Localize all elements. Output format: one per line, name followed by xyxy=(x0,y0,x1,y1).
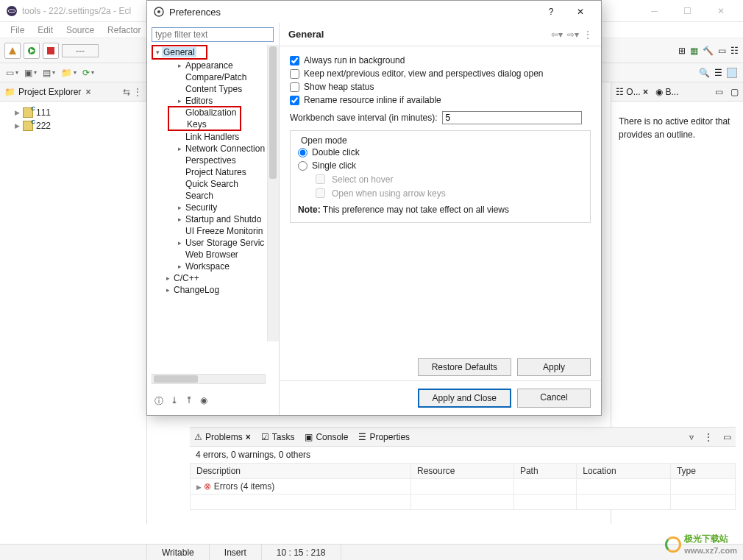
tree-item-link-handlers[interactable]: Link Handlers xyxy=(152,131,274,143)
new-dropdown[interactable]: ▭▾ xyxy=(6,68,18,78)
tree-item-project-natures[interactable]: Project Natures xyxy=(152,166,274,178)
cancel-button[interactable]: Cancel xyxy=(517,389,591,408)
radio-single-click[interactable]: Single click xyxy=(298,159,583,172)
doc-icon[interactable]: ▭ xyxy=(718,46,726,56)
menu-icon[interactable]: ⋮ xyxy=(704,432,713,442)
new-icon[interactable]: ▦ xyxy=(690,46,698,56)
check-keep-dialog[interactable]: Keep next/previous editor, view and pers… xyxy=(290,67,591,80)
restore-defaults-button[interactable]: Restore Defaults xyxy=(418,358,511,376)
tree-item-general[interactable]: ▾General xyxy=(152,45,207,60)
tree-item-security[interactable]: ▸Security xyxy=(152,202,274,213)
breakpoints-tab[interactable]: ◉ B... xyxy=(655,87,678,97)
tree-item-network-connection[interactable]: ▸Network Connection xyxy=(152,143,274,155)
launch-combo[interactable]: --- xyxy=(62,44,99,57)
dialog-close-button[interactable]: ✕ xyxy=(566,7,595,17)
save-dropdown[interactable]: ▤▾ xyxy=(43,68,55,78)
check-always-bg[interactable]: Always run in background xyxy=(290,54,591,67)
minimize-icon[interactable]: ▭ xyxy=(723,432,731,442)
tree-item-compare-patch[interactable]: Compare/Patch xyxy=(152,71,274,83)
checkbox[interactable] xyxy=(290,56,299,65)
minimize-icon[interactable]: ▭ xyxy=(715,87,723,97)
outline-tab[interactable]: ☷ O... × xyxy=(616,87,648,97)
perspective-icon[interactable] xyxy=(727,68,737,78)
menu-icon[interactable]: ⋮ xyxy=(583,29,592,40)
menu-edit[interactable]: Edit xyxy=(32,24,59,37)
import-icon[interactable]: ⤓ xyxy=(171,395,178,408)
folder-dropdown[interactable]: 📁▾ xyxy=(61,68,77,78)
tree-item-ui-freeze-monitorin[interactable]: UI Freeze Monitorin xyxy=(152,225,274,237)
export-icon[interactable]: ⤒ xyxy=(185,395,193,408)
check-heap[interactable]: Show heap status xyxy=(290,80,591,93)
tree-item-ccpp[interactable]: ▸C/C++ xyxy=(152,272,274,284)
close-icon[interactable]: × xyxy=(85,87,90,97)
tree-item-search[interactable]: Search xyxy=(152,190,274,202)
tree-item-changelog[interactable]: ▸ChangeLog xyxy=(152,284,274,296)
radio[interactable] xyxy=(298,161,307,171)
hammer-icon[interactable]: 🔨 xyxy=(703,46,714,56)
minimize-button[interactable]: ─ xyxy=(638,1,671,21)
tree-item-quick-search[interactable]: Quick Search xyxy=(152,178,274,190)
table-row[interactable]: ▶ ⊗ Errors (4 items) xyxy=(191,479,736,495)
problems-tab[interactable]: ⚠ Problems × xyxy=(194,432,251,442)
close-icon[interactable]: × xyxy=(246,432,251,442)
open-perspective-icon[interactable]: ⊞ xyxy=(678,46,686,56)
run-icon[interactable] xyxy=(24,43,40,59)
tree-item-web-browser[interactable]: Web Browser xyxy=(152,249,274,260)
radio[interactable] xyxy=(298,148,307,157)
filter-input[interactable] xyxy=(152,27,274,42)
tree-item-perspectives[interactable]: Perspectives xyxy=(152,155,274,166)
maximize-button[interactable]: ☐ xyxy=(671,1,704,21)
col-path[interactable]: Path xyxy=(513,464,576,479)
tree-item-keys[interactable]: Keys xyxy=(168,106,241,131)
c-project-icon xyxy=(23,107,33,118)
tree-item-appearance[interactable]: ▸Appearance xyxy=(152,60,274,71)
project-explorer-tab[interactable]: 📁 Project Explorer × ⇆⋮ xyxy=(0,82,146,102)
close-button[interactable]: ✕ xyxy=(704,1,737,21)
console-tab[interactable]: ▣ Console xyxy=(305,432,348,442)
tree-item-workspace[interactable]: ▸Workspace xyxy=(152,260,274,272)
forward-icon[interactable]: ⇨▾ xyxy=(567,29,579,40)
interval-input[interactable] xyxy=(442,111,582,124)
col-description[interactable]: Description xyxy=(191,464,411,479)
project-item[interactable]: ▶111 xyxy=(4,106,142,119)
properties-tab[interactable]: ☰ Properties xyxy=(358,432,410,442)
help-icon[interactable]: ⓘ xyxy=(154,395,163,408)
search-icon[interactable]: 🔍 xyxy=(699,68,710,78)
tree-item-user-storage-servic[interactable]: ▸User Storage Servic xyxy=(152,237,274,249)
radio-double-click[interactable]: Double click xyxy=(298,146,583,159)
checkbox[interactable] xyxy=(290,96,299,105)
grid-icon[interactable]: ☷ xyxy=(730,46,739,56)
col-location[interactable]: Location xyxy=(577,464,671,479)
tasks-tab[interactable]: ☑ Tasks xyxy=(261,432,295,442)
oomph-icon[interactable]: ◉ xyxy=(200,395,207,408)
project-explorer-pane: 📁 Project Explorer × ⇆⋮ ▶111 ▶222 xyxy=(0,82,147,524)
tree-hscrollbar[interactable] xyxy=(152,374,266,384)
apply-button[interactable]: Apply xyxy=(517,358,591,376)
menu-source[interactable]: Source xyxy=(60,24,100,37)
checkbox[interactable] xyxy=(290,69,299,79)
col-resource[interactable]: Resource xyxy=(411,464,514,479)
tree-item-content-types[interactable]: Content Types xyxy=(152,83,274,95)
close-icon[interactable]: × xyxy=(643,87,648,97)
link-icon[interactable]: ⋮ xyxy=(133,87,142,97)
build-icon[interactable] xyxy=(4,43,21,59)
refresh-dropdown[interactable]: ⟳▾ xyxy=(82,68,94,78)
filter-icon[interactable]: ▿ xyxy=(689,432,694,442)
col-type[interactable]: Type xyxy=(670,464,735,479)
stop-icon[interactable] xyxy=(43,43,59,59)
open-dropdown[interactable]: ▣▾ xyxy=(24,68,37,78)
tree-item-editors[interactable]: ▸Editors xyxy=(152,95,274,107)
toggle-icon[interactable]: ☰ xyxy=(714,68,722,78)
menu-refactor[interactable]: Refactor xyxy=(102,24,146,37)
tree-item-startup-and-shutdo[interactable]: ▸Startup and Shutdo xyxy=(152,213,274,225)
apply-close-button[interactable]: Apply and Close xyxy=(418,389,511,408)
maximize-icon[interactable]: ▢ xyxy=(730,87,739,97)
checkbox[interactable] xyxy=(290,82,299,92)
check-rename-inline[interactable]: Rename resource inline if available xyxy=(290,93,591,107)
back-icon[interactable]: ⇦▾ xyxy=(551,29,563,40)
menu-file[interactable]: File xyxy=(4,24,30,37)
dialog-help-button[interactable]: ? xyxy=(536,7,566,17)
collapse-icon[interactable]: ⇆ xyxy=(123,87,130,97)
project-item[interactable]: ▶222 xyxy=(4,119,142,132)
tree-vscrollbar[interactable] xyxy=(267,45,279,341)
